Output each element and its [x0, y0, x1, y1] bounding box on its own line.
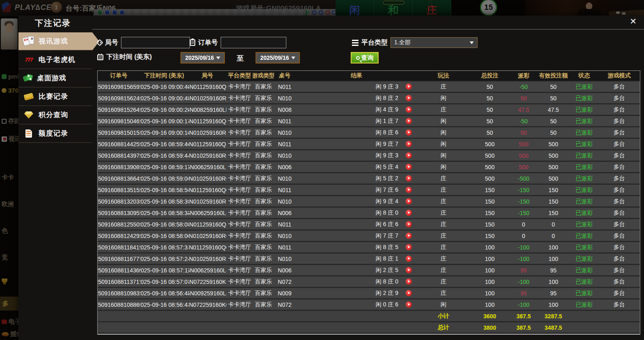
cell-game-type: 百家乐	[253, 265, 274, 275]
cell-platform: 卡卡湾厅	[226, 127, 253, 138]
cell-bet-time: 2025-09-16 08:59:17	[140, 162, 188, 172]
cell-status: 已派彩	[570, 219, 598, 229]
replay-play-icon[interactable]	[406, 164, 412, 170]
cell-payout: 95	[510, 265, 537, 275]
platform-type-value: 1.全部	[394, 39, 411, 46]
cell-round-no: GN011259160QT	[188, 82, 226, 92]
sidebar-item-label: 比赛记录	[39, 92, 68, 101]
column-header: 状态	[570, 71, 598, 81]
replay-play-icon[interactable]	[406, 301, 412, 308]
sidebar-item-video-games[interactable]: 9 K♥ 视讯游戏	[18, 32, 92, 51]
replay-play-icon[interactable]	[406, 233, 412, 239]
cell-order-no: 250916088118415	[98, 242, 140, 252]
cell-game-mode: 多台	[598, 231, 640, 241]
cell-game-type: 百家乐	[253, 219, 274, 229]
cell-platform: 卡卡湾厅	[226, 196, 253, 206]
replay-play-icon[interactable]	[406, 244, 412, 250]
cell-round-no: GN072259160KP	[188, 277, 226, 287]
cell-bet-time: 2025-09-16 09:00:46	[140, 82, 188, 92]
replay-play-icon[interactable]	[406, 141, 412, 147]
sidebar-item-match-records[interactable]: 比赛记录	[18, 88, 92, 106]
cell-table-no: N011	[274, 185, 295, 195]
close-icon[interactable]: ✕	[630, 17, 637, 25]
sidebar-item-table-games[interactable]: 桌面游戏	[18, 69, 92, 88]
cell-platform: 卡卡湾厅	[226, 104, 253, 115]
cell-order-no: 250916098150461	[98, 116, 140, 126]
modal-sidebar-menu: 9 K♥ 视讯游戏 777 电子老虎机 桌面游戏 比赛记录	[18, 32, 92, 143]
replay-play-icon[interactable]	[406, 221, 412, 227]
replay-play-icon[interactable]	[406, 198, 412, 204]
cell-game-type: 百家乐	[253, 139, 274, 149]
cell-bet-side: 闲	[418, 150, 469, 161]
replay-play-icon[interactable]	[406, 267, 412, 273]
replay-play-icon[interactable]	[406, 152, 412, 159]
replay-play-icon[interactable]	[406, 187, 412, 193]
order-no-filter: 订单号	[190, 37, 286, 48]
cell-payout: -100	[510, 254, 537, 264]
modal-title: 下注记录	[35, 18, 71, 29]
cell-order-no: 250916098156246	[98, 93, 140, 103]
replay-play-icon[interactable]	[406, 290, 412, 296]
cell-bet-side: 庄	[418, 196, 469, 206]
cell-total-bet: 100	[469, 242, 510, 252]
cell-game-mode: 多台	[598, 127, 640, 138]
date-to-picker[interactable]: 2025/09/16	[256, 52, 300, 63]
replay-play-icon[interactable]	[406, 210, 412, 216]
cell-total-bet: 100	[469, 254, 510, 264]
order-no-input[interactable]	[221, 37, 286, 48]
cell-game-mode: 多台	[598, 299, 640, 310]
bet-record-row: 2509160881390852025-09-16 08:59:17GN0062…	[98, 162, 640, 173]
cell-game-mode: 多台	[598, 139, 640, 149]
cell-bet-time: 2025-09-16 08:57:24	[140, 254, 188, 264]
cell-empty	[253, 311, 274, 321]
replay-play-icon[interactable]	[406, 175, 412, 181]
cell-total-bet: 50	[469, 104, 510, 115]
cell-result: 闲 7 庄 7	[295, 231, 418, 241]
round-no-input[interactable]	[121, 37, 190, 48]
cell-bet-time: 2025-09-16 08:57:11	[140, 265, 188, 275]
cell-bet-side: 庄	[418, 208, 469, 218]
cell-game-mode: 多台	[598, 150, 640, 161]
query-button[interactable]: 查询	[351, 52, 379, 63]
cell-order-no: 250916088139085	[98, 162, 140, 172]
cell-game-mode: 多台	[598, 288, 640, 298]
replay-play-icon[interactable]	[406, 118, 412, 124]
date-from-picker[interactable]: 2025/09/16	[180, 52, 225, 63]
column-header: 游戏类型	[253, 71, 274, 81]
cell-result: 闲 8 庄 6	[295, 127, 418, 138]
cell-empty	[598, 311, 640, 321]
date-to-value: 2025/09/16	[260, 54, 289, 61]
platform-type-select[interactable]: 1.全部	[391, 37, 477, 48]
replay-play-icon[interactable]	[406, 107, 412, 113]
replay-play-icon[interactable]	[406, 256, 412, 262]
cell-round-no: GN011259160QR	[188, 139, 226, 149]
cell-total-bet: 150	[469, 185, 510, 195]
cell-round-no: GN011259160QQ	[188, 185, 226, 195]
replay-play-icon[interactable]	[406, 129, 412, 136]
cell-total-bet: 50	[469, 116, 510, 126]
cell-valid-bet: 100	[537, 254, 570, 264]
cell-table-no: N006	[274, 265, 295, 275]
cell-result: 闲 8 庄 0	[295, 277, 418, 287]
cell-result: 闲 8 庄 5	[295, 242, 418, 252]
sidebar-item-slots[interactable]: 777 电子老虎机	[18, 51, 92, 69]
cell-valid-bet: 500	[537, 162, 570, 172]
cell-payout: -150	[510, 196, 537, 206]
sidebar-item-quota-records[interactable]: 额度记录	[18, 125, 92, 143]
cell-bet-time: 2025-09-16 08:58:00	[140, 231, 188, 241]
replay-play-icon[interactable]	[406, 95, 412, 101]
result-text: 闲 2 庄 5	[376, 267, 398, 274]
calendar-icon	[97, 54, 103, 60]
cell-payout: 500	[510, 162, 537, 172]
sidebar-item-points-query[interactable]: 积分查询	[18, 106, 92, 125]
cell-platform: 卡卡湾厅	[226, 185, 253, 195]
chevron-down-icon	[216, 57, 220, 59]
cell-game-type: 百家乐	[253, 254, 274, 264]
cell-game-mode: 多台	[598, 208, 640, 218]
result-text: 闲 8 庄 1	[376, 255, 398, 263]
replay-play-icon[interactable]	[406, 84, 412, 90]
cell-bet-time: 2025-09-16 08:59:44	[140, 150, 188, 161]
result-text: 闲 8 庄 2	[376, 95, 398, 102]
bet-record-row: 2509160881167772025-09-16 08:57:24GN0102…	[98, 254, 640, 265]
replay-play-icon[interactable]	[406, 279, 412, 285]
